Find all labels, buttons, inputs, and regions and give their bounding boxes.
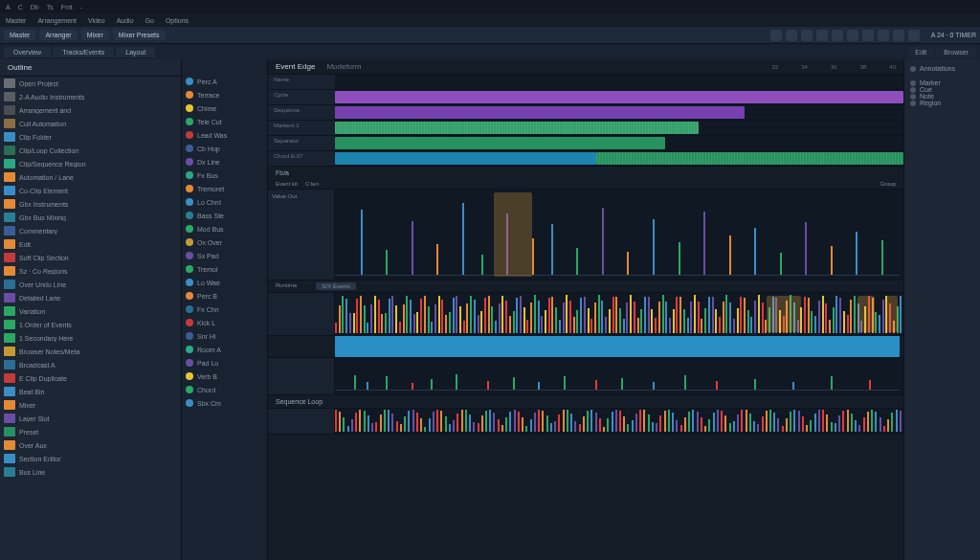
toolbar-icon[interactable] (893, 30, 904, 41)
track-row[interactable]: Sx Pad (182, 249, 267, 262)
outline-row[interactable]: 2-A Audio Instruments (0, 90, 181, 103)
track-row[interactable]: Sbx Cm (182, 396, 267, 410)
toolbar-button[interactable]: Arranger (39, 30, 77, 40)
outline-row[interactable]: Variation (0, 304, 181, 318)
menu-item[interactable]: Options (166, 17, 189, 24)
track-header[interactable]: Cycle (268, 90, 335, 104)
timeline-clip[interactable] (335, 122, 699, 134)
menu-item[interactable]: Audio (117, 17, 134, 24)
panel-tab[interactable]: Browser (936, 47, 976, 57)
highlight-zone[interactable] (767, 296, 801, 332)
inspector-item[interactable]: Cue (910, 86, 974, 93)
track-header[interactable]: Separator (268, 136, 335, 150)
doc-tab[interactable]: Layout (116, 47, 155, 57)
toolbar-button[interactable]: Master (4, 30, 35, 40)
track-row[interactable]: Perc B (182, 289, 267, 302)
doc-tab[interactable]: Tracks/Events (53, 47, 114, 57)
outline-row[interactable]: 1 Order of Events (0, 318, 181, 331)
track-row[interactable]: Chime (182, 101, 267, 115)
toolbar-icon[interactable] (770, 30, 782, 41)
outline-row[interactable]: Arrangement and (0, 103, 181, 117)
outline-row[interactable]: Clip/Loop Collection (0, 144, 181, 157)
track-row[interactable]: Lo Chrd (182, 195, 267, 209)
track-header[interactable]: Chord E-07 (268, 151, 335, 166)
titlebar-item[interactable]: Fmt (61, 4, 73, 11)
menu-item[interactable]: Master (6, 17, 26, 24)
outline-row[interactable]: Commentary (0, 224, 181, 237)
highlight-zone[interactable] (886, 296, 898, 332)
track-header[interactable]: Name (268, 75, 335, 89)
timeline-clip[interactable] (335, 152, 596, 165)
track-header[interactable]: Markers 1 (268, 121, 335, 135)
timeline-track[interactable]: Name (268, 75, 903, 90)
menu-item[interactable]: Arrangement (37, 17, 76, 24)
toolbar-icon[interactable] (832, 30, 843, 41)
timeline-clip[interactable] (596, 152, 903, 165)
track-row[interactable]: Tremoret (182, 182, 267, 195)
toolbar-icon[interactable] (878, 30, 889, 41)
track-row[interactable]: Mod Bus (182, 222, 267, 235)
outline-row[interactable]: Gbx Bus Mixing (0, 211, 181, 224)
outline-row[interactable]: Automation / Lane (0, 170, 181, 184)
track-row[interactable]: Fx Bus (182, 168, 267, 182)
timeline-track[interactable]: Sequence (268, 105, 903, 121)
timeline-track[interactable]: Separator (268, 136, 903, 151)
outline-row[interactable]: Broadcast A (0, 358, 181, 371)
toolbar-icon[interactable] (862, 30, 874, 41)
titlebar-item[interactable]: A (6, 4, 11, 11)
timeline-track[interactable]: Cycle (268, 90, 903, 105)
menu-item[interactable]: Video (88, 17, 105, 24)
outline-row[interactable]: Over Aux (0, 438, 181, 452)
selection-highlight[interactable] (494, 192, 532, 277)
outline-row[interactable]: Layer Slot (0, 412, 181, 425)
track-row[interactable]: Chord (182, 383, 267, 396)
toolbar-icon[interactable] (801, 30, 813, 41)
track-row[interactable]: Ox Over (182, 235, 267, 249)
toolbar-button[interactable]: Mixer (81, 30, 109, 40)
chart1-sub-a[interactable]: Event kit (276, 181, 298, 187)
outline-row[interactable]: E Clip Duplicate (0, 371, 181, 385)
track-row[interactable]: Room A (182, 343, 267, 356)
track-row[interactable]: Dx Line (182, 155, 267, 168)
titlebar-item[interactable]: Ts (47, 4, 54, 11)
outline-row[interactable]: Beat Bin (0, 385, 181, 398)
toolbar-icon[interactable] (847, 30, 858, 41)
track-row[interactable]: Verb B (182, 370, 267, 383)
chart2-badge[interactable]: S/X Events (316, 282, 356, 290)
track-row[interactable]: Perc A (182, 75, 267, 88)
outline-row[interactable]: 1 Secondary Here (0, 331, 181, 345)
outline-row[interactable]: Gbx Instruments (0, 197, 181, 211)
track-row[interactable]: Cb Hop (182, 142, 267, 155)
track-row[interactable]: Kick L (182, 316, 267, 329)
track-row[interactable]: Terrace (182, 88, 267, 101)
outline-row[interactable]: Clip/Sequence Region (0, 157, 181, 170)
inspector-item[interactable]: Marker (910, 79, 974, 86)
outline-row[interactable]: Preset (0, 425, 181, 438)
inspector-item[interactable]: Region (910, 100, 974, 106)
runtime-band[interactable] (335, 336, 900, 357)
track-row[interactable]: Snr Hi (182, 329, 267, 343)
track-header[interactable]: Sequence (268, 105, 335, 120)
titlebar-item[interactable]: - (80, 4, 82, 11)
titlebar-item[interactable]: Db (31, 4, 39, 11)
outline-row[interactable]: Open Project (0, 77, 181, 90)
outline-row[interactable]: Detailed Lane (0, 291, 181, 304)
outline-row[interactable]: Section Editor (0, 452, 181, 465)
toolbar-icon[interactable] (816, 30, 828, 41)
content-tab[interactable]: Modeform (326, 62, 361, 71)
outline-row[interactable]: Edit (0, 237, 181, 251)
inspector-item[interactable]: Note (910, 93, 974, 100)
chart1-sub-b[interactable]: C:len (305, 181, 319, 187)
outline-row[interactable]: Soft Clip Section (0, 251, 181, 264)
outline-row[interactable]: Mixer (0, 398, 181, 412)
timeline-track[interactable]: Chord E-07 (268, 151, 903, 167)
timeline-track[interactable]: Markers 1 (268, 121, 903, 136)
highlight-zone[interactable] (858, 296, 875, 332)
menu-item[interactable]: Go (145, 17, 154, 24)
toolbar-icon[interactable] (908, 30, 920, 41)
track-row[interactable]: Fx Chn (182, 302, 267, 316)
panel-tab[interactable]: Edit (907, 47, 934, 57)
toolbar-icon[interactable] (786, 30, 797, 41)
track-row[interactable]: Bass Ste (182, 209, 267, 222)
track-row[interactable]: Tele Cut (182, 115, 267, 128)
